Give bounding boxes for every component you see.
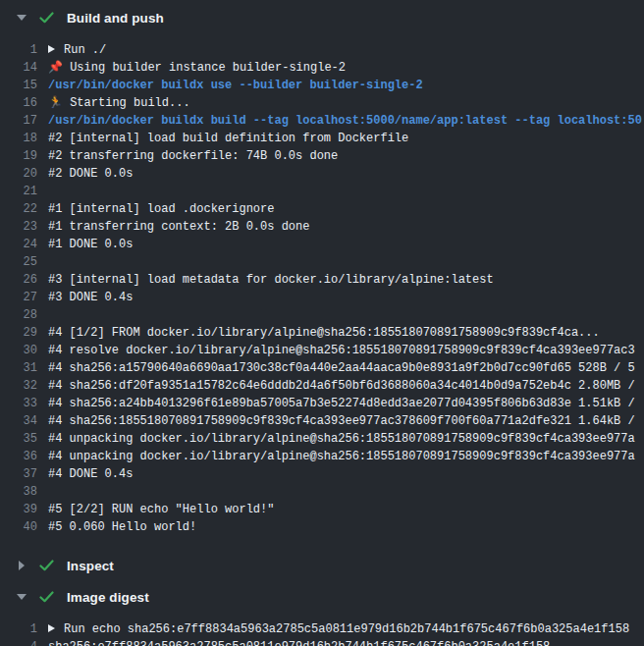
success-check-icon [39, 560, 54, 571]
log-line: 34#4 sha256:185518070891758909c9f839cf4c… [0, 412, 644, 430]
log-text: #4 DONE 0.4s [48, 465, 133, 483]
log-line: 23#1 transferring context: 2B 0.0s done [0, 218, 644, 236]
log-line: 36#4 unpacking docker.io/library/alpine@… [0, 448, 644, 465]
log-line: 32#4 sha256:df20fa9351a15782c64e6dddb2d4… [0, 377, 644, 395]
line-number[interactable]: 36 [0, 448, 37, 465]
line-number[interactable]: 18 [0, 130, 37, 147]
log-line: 33#4 sha256:a24bb4013296f61e89ba57005a7b… [0, 395, 644, 412]
chevron-right-icon[interactable] [17, 561, 27, 570]
log-line: 18#2 [internal] load build definition fr… [0, 130, 644, 147]
log-line: 31#4 sha256:a15790640a6690aa1730c38cf0a4… [0, 359, 644, 377]
log-text: #3 [internal] load metadata for docker.i… [48, 271, 494, 289]
log-group-line[interactable]: 1Run echo sha256:e7ff8834a5963a2785c5a08… [0, 620, 644, 638]
expand-arrow-icon[interactable] [48, 45, 55, 53]
log-text: #4 unpacking docker.io/library/alpine@sh… [48, 430, 635, 448]
step-title: Inspect [67, 559, 114, 573]
step-header-build-and-push[interactable]: Build and push [0, 6, 644, 29]
step-section-build-and-push: Build and push 1Run ./14📌 Using builder … [0, 6, 644, 554]
log-line: 21 [0, 183, 644, 200]
log-line: 26#3 [internal] load metadata for docker… [0, 271, 644, 289]
step-section-image-digest: Image digest 1Run echo sha256:e7ff8834a5… [0, 585, 644, 646]
line-number[interactable]: 1 [0, 41, 37, 59]
log-text: #1 [internal] load .dockerignore [48, 200, 274, 218]
line-number[interactable]: 16 [0, 94, 37, 112]
log-text: #4 sha256:a15790640a6690aa1730c38cf0a440… [48, 359, 635, 377]
expand-arrow-icon[interactable] [48, 624, 55, 632]
log-line: 22#1 [internal] load .dockerignore [0, 200, 644, 218]
step-title: Build and push [67, 11, 164, 26]
success-check-icon [39, 591, 54, 603]
line-number[interactable]: 29 [0, 324, 37, 342]
line-number[interactable]: 1 [0, 620, 37, 638]
line-number[interactable]: 31 [0, 359, 37, 377]
log-text: /usr/bin/docker buildx build --tag local… [48, 112, 642, 130]
log-text: #1 DONE 0.0s [48, 236, 133, 253]
log-line: 16🏃 Starting build... [0, 94, 644, 112]
line-number[interactable]: 40 [0, 518, 37, 536]
success-check-icon [39, 12, 54, 24]
line-number[interactable]: 39 [0, 501, 37, 518]
line-number[interactable]: 24 [0, 236, 37, 253]
line-number[interactable]: 33 [0, 395, 37, 412]
log-line: 19#2 transferring dockerfile: 74B 0.0s d… [0, 147, 644, 165]
log-text: 🏃 Starting build... [48, 94, 190, 112]
line-number[interactable]: 38 [0, 483, 37, 501]
log-text: #4 sha256:df20fa9351a15782c64e6dddb2d4a6… [48, 377, 635, 395]
line-number[interactable]: 15 [0, 77, 37, 94]
line-number[interactable]: 34 [0, 412, 37, 430]
line-number[interactable]: 28 [0, 306, 37, 324]
line-number[interactable]: 21 [0, 183, 37, 200]
log-block-build-and-push: 1Run ./14📌 Using builder instance builde… [0, 29, 644, 554]
log-text: #2 [internal] load build definition from… [48, 130, 408, 147]
log-text: Run ./ [48, 41, 106, 59]
log-text: #5 0.060 Hello world! [48, 518, 196, 536]
log-group-line[interactable]: 1Run ./ [0, 41, 644, 59]
log-text: #4 unpacking docker.io/library/alpine@sh… [48, 448, 635, 465]
chevron-down-icon[interactable] [17, 594, 27, 600]
log-text: #4 resolve docker.io/library/alpine@sha2… [48, 342, 635, 359]
log-line: 17/usr/bin/docker buildx build --tag loc… [0, 112, 644, 130]
line-number[interactable]: 32 [0, 377, 37, 395]
line-number[interactable]: 25 [0, 253, 37, 271]
log-block-image-digest: 1Run echo sha256:e7ff8834a5963a2785c5a08… [0, 609, 644, 646]
step-section-inspect: Inspect [0, 554, 644, 577]
line-number[interactable]: 22 [0, 200, 37, 218]
log-line: 14📌 Using builder instance builder-singl… [0, 59, 644, 77]
log-line: 37#4 DONE 0.4s [0, 465, 644, 483]
log-line: 30#4 resolve docker.io/library/alpine@sh… [0, 342, 644, 359]
line-number[interactable]: 26 [0, 271, 37, 289]
log-line: 40#5 0.060 Hello world! [0, 518, 644, 536]
line-number[interactable]: 30 [0, 342, 37, 359]
line-number[interactable]: 20 [0, 165, 37, 183]
log-text: #3 DONE 0.4s [48, 289, 133, 306]
log-line: 39#5 [2/2] RUN echo "Hello world!" [0, 501, 644, 518]
line-number[interactable]: 35 [0, 430, 37, 448]
log-line: 27#3 DONE 0.4s [0, 289, 644, 306]
log-text: Run echo sha256:e7ff8834a5963a2785c5a081… [48, 620, 629, 638]
line-number[interactable]: 27 [0, 289, 37, 306]
line-number[interactable]: 17 [0, 112, 37, 130]
line-number[interactable]: 23 [0, 218, 37, 236]
log-line: 29#4 [1/2] FROM docker.io/library/alpine… [0, 324, 644, 342]
log-line: 15/usr/bin/docker buildx use --builder b… [0, 77, 644, 94]
step-header-inspect[interactable]: Inspect [0, 554, 644, 577]
line-number[interactable]: 4 [0, 638, 37, 646]
line-number[interactable]: 37 [0, 465, 37, 483]
log-text: #2 DONE 0.0s [48, 165, 133, 183]
log-text: 📌 Using builder instance builder-single-… [48, 59, 346, 77]
log-line: 38 [0, 483, 644, 501]
step-header-image-digest[interactable]: Image digest [0, 585, 644, 609]
log-line: 4sha256:e7ff8834a5963a2785c5a0811e979d16… [0, 638, 644, 646]
log-text: #5 [2/2] RUN echo "Hello world!" [48, 501, 274, 518]
log-line: 28 [0, 306, 644, 324]
log-line: 24#1 DONE 0.0s [0, 236, 644, 253]
workflow-run-logs: Build and push 1Run ./14📌 Using builder … [0, 0, 644, 646]
log-line: 25 [0, 253, 644, 271]
chevron-down-icon[interactable] [17, 15, 27, 21]
line-number[interactable]: 19 [0, 147, 37, 165]
log-text: #4 sha256:a24bb4013296f61e89ba57005a7b3e… [48, 395, 635, 412]
log-line: 20#2 DONE 0.0s [0, 165, 644, 183]
log-text: #4 [1/2] FROM docker.io/library/alpine@s… [48, 324, 600, 342]
line-number[interactable]: 14 [0, 59, 37, 77]
log-text: #1 transferring context: 2B 0.0s done [48, 218, 309, 236]
